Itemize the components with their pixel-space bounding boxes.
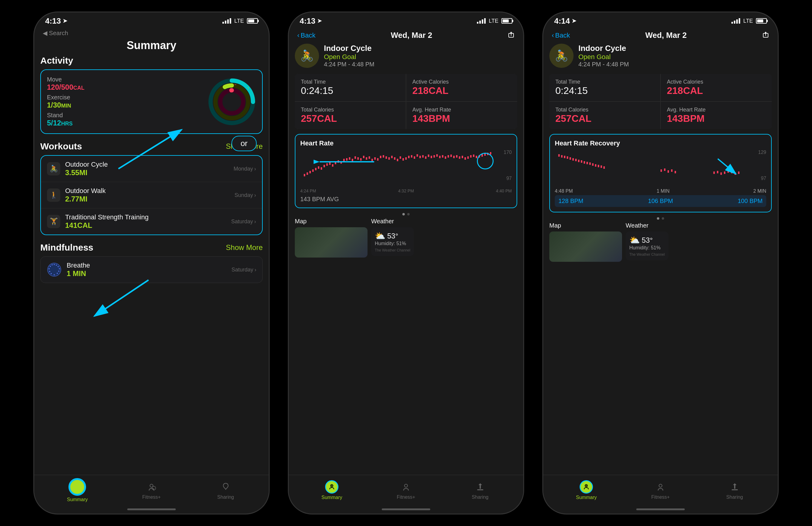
map-weather-2: Map Weather ⛅ 53° Humidity: 51% The Weat… [295, 218, 517, 258]
mindfulness-card[interactable]: Breathe 1 MIN Saturday › [40, 256, 263, 283]
svg-rect-92 [473, 155, 475, 157]
svg-rect-127 [671, 170, 672, 172]
svg-rect-83 [448, 155, 449, 158]
tab-bar-3: Summary Fitness+ Sharing [543, 475, 778, 505]
nav-search-1[interactable]: ◀ Search [34, 29, 269, 38]
svg-rect-32 [304, 174, 305, 176]
hr-avg-2: 143 BPM AVG [300, 196, 512, 203]
svg-rect-118 [589, 162, 591, 165]
svg-rect-110 [567, 156, 568, 159]
tab-summary-2[interactable]: Summary [295, 480, 369, 500]
workout-info-0: Outdoor Cycle 3.55MI [65, 161, 234, 177]
svg-rect-86 [456, 155, 458, 158]
workout-icon-walk: 🚶 [47, 188, 60, 202]
activity-stats: Move 120/500CAL Exercise 1/30MIN Stand 5… [47, 76, 85, 127]
svg-point-103 [405, 484, 407, 487]
svg-point-21 [52, 264, 53, 265]
status-time-2: 4:13 ➤ [300, 16, 322, 26]
map-box-3[interactable] [549, 232, 622, 262]
map-weather-3: Map Weather ⛅ 53° Humidity: 51% The Weat… [549, 222, 772, 262]
workout-item-2[interactable]: 🏋️ Traditional Strength Training 141CAL … [41, 208, 262, 235]
svg-rect-68 [405, 157, 407, 160]
svg-rect-126 [667, 170, 669, 173]
tab-summary-3[interactable]: Summary [549, 480, 624, 500]
workout-item-0[interactable]: 🚴 Outdoor Cycle 3.55MI Monday › [41, 156, 262, 182]
tab-bar-1: Summary + Fitness+ Sharing [34, 475, 269, 505]
workout-info-2: Traditional Strength Training 141CAL [65, 213, 231, 230]
svg-rect-108 [561, 155, 563, 158]
svg-point-20 [50, 266, 51, 267]
svg-rect-73 [419, 156, 421, 158]
workout-circle-3: 🚴 [549, 44, 574, 68]
hr-recovery-values: 128 BPM 106 BPM 100 BPM [555, 195, 766, 207]
tab-fitness-1[interactable]: + Fitness+ [115, 481, 189, 500]
stat-cell-3-1: Active Calories 218CAL [661, 74, 772, 101]
svg-text:+: + [153, 487, 155, 490]
svg-rect-107 [559, 154, 560, 157]
svg-rect-128 [675, 171, 676, 173]
svg-rect-67 [402, 158, 404, 161]
workout-nav-2: ‹ Back Wed, Mar 2 [289, 29, 523, 44]
stat-cell-1: Active Calories 218CAL [406, 74, 517, 101]
svg-line-138 [718, 159, 736, 174]
svg-point-12 [58, 266, 59, 267]
map-box-2[interactable] [295, 227, 367, 258]
svg-rect-65 [397, 159, 398, 161]
weather-box-3: ⛅ 53° Humidity: 51% The Weather Channel [626, 232, 668, 260]
back-button-3[interactable]: ‹ Back [552, 31, 570, 39]
stat-cell-3: Avg. Heart Rate 143BPM [406, 102, 517, 129]
tab-fitness-2[interactable]: Fitness+ [369, 481, 443, 500]
svg-rect-87 [459, 156, 461, 159]
mindfulness-title: Mindfulness [40, 243, 93, 253]
svg-rect-114 [578, 160, 580, 162]
hr-chart-area-3: 129 97 [555, 150, 766, 186]
tab-sharing-3[interactable]: Sharing [697, 481, 772, 500]
svg-rect-121 [598, 165, 599, 167]
workout-detail-3: 🚴 Indoor Cycle Open Goal 4:24 PM - 4:48 … [543, 44, 778, 475]
battery-2 [502, 18, 512, 24]
battery-1 [247, 18, 258, 24]
stat-cell-3-0: Total Time 0:24:15 [549, 74, 660, 101]
svg-text:↑: ↑ [251, 90, 253, 96]
back-button-2[interactable]: ‹ Back [297, 31, 315, 39]
svg-rect-79 [436, 154, 438, 157]
tab-summary-1[interactable]: Summary [40, 478, 115, 502]
svg-rect-113 [575, 159, 577, 161]
svg-point-17 [50, 273, 52, 274]
workouts-header: Workouts Show More or [40, 141, 263, 151]
svg-rect-90 [467, 156, 469, 159]
mindfulness-info: Breathe 1 MIN [67, 262, 231, 278]
svg-rect-75 [425, 156, 426, 159]
tab-fitness-3[interactable]: Fitness+ [624, 481, 698, 500]
workout-title-row-2: 🚴 Indoor Cycle Open Goal 4:24 PM - 4:48 … [295, 44, 517, 68]
mindfulness-meta: Saturday › [231, 267, 256, 273]
scroll-content-1[interactable]: Activity Move 120/500CAL Exercise 1/30MI… [34, 56, 269, 475]
weather-label-3: Weather [626, 222, 668, 229]
svg-rect-104 [477, 490, 483, 490]
svg-rect-116 [583, 161, 585, 164]
weather-label-2: Weather [371, 218, 414, 225]
nav-title-3: Wed, Mar 2 [646, 31, 687, 40]
tab-sharing-2[interactable]: Sharing [443, 481, 517, 500]
notch-2 [376, 12, 436, 22]
activity-card[interactable]: Move 120/500CAL Exercise 1/30MIN Stand 5… [40, 69, 263, 134]
tab-sharing-1[interactable]: Sharing [188, 481, 263, 500]
mindfulness-icon [47, 262, 62, 277]
svg-rect-115 [581, 160, 582, 163]
svg-rect-64 [394, 157, 395, 160]
workouts-card: 🚴 Outdoor Cycle 3.55MI Monday › 🚶 Outdoo… [40, 155, 263, 235]
home-indicator-3 [543, 505, 778, 514]
svg-rect-59 [380, 156, 381, 158]
svg-rect-63 [391, 156, 393, 158]
hr-recovery-labels: 4:48 PM 1 MIN 2 MIN [555, 188, 766, 194]
mindfulness-show-more[interactable]: Show More [226, 243, 263, 252]
svg-rect-70 [411, 155, 412, 158]
share-button-2[interactable] [508, 31, 515, 40]
svg-rect-125 [664, 169, 666, 171]
notch-1 [121, 12, 182, 22]
share-button-3[interactable] [762, 31, 769, 40]
svg-rect-66 [400, 156, 401, 159]
page-title-1: Summary [34, 38, 269, 56]
svg-rect-72 [417, 154, 418, 157]
workout-item-1[interactable]: 🚶 Outdoor Walk 2.77MI Sunday › [41, 182, 262, 208]
